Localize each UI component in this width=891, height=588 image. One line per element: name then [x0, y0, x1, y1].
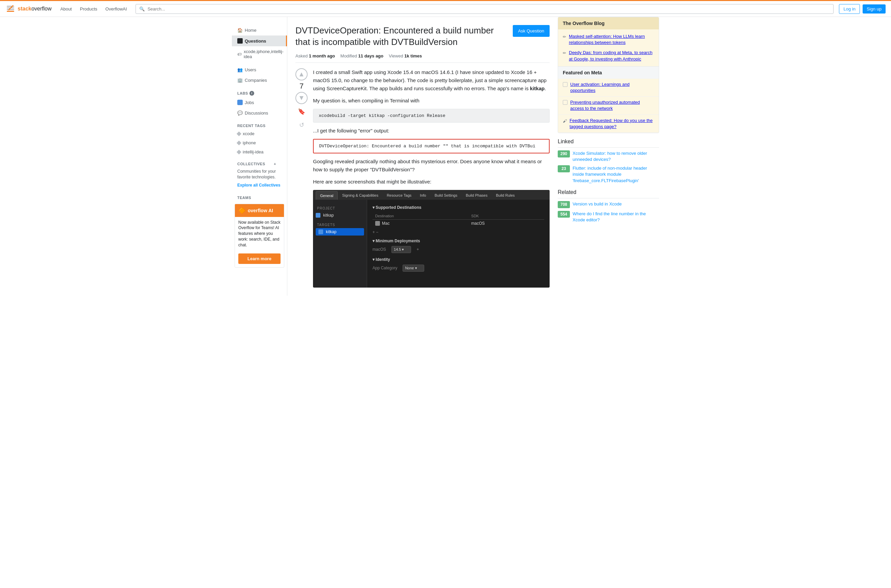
related-title: Related — [558, 189, 659, 198]
min-deployments: ▾ Minimum Deployments macOS 14.5 ▾ + — [372, 238, 544, 253]
tab-build-phases[interactable]: Build Phases — [462, 191, 492, 200]
signup-button[interactable]: Sign up — [862, 4, 886, 14]
overflow-ai-body: Now available on Stack Overflow for Team… — [235, 217, 284, 251]
logo-text: stackoverflow — [18, 6, 52, 12]
tag-diamond-icon — [237, 149, 242, 154]
asked-meta: Asked 1 month ago — [296, 53, 335, 58]
ask-question-button[interactable]: Ask Question — [513, 25, 550, 37]
sidebar-item-home[interactable]: 🏠 Home — [232, 25, 287, 36]
vote-up-button[interactable]: ▲ — [296, 68, 308, 80]
history-button[interactable]: ↺ — [296, 119, 308, 131]
tab-signing[interactable]: Signing & Capabilities — [338, 191, 382, 200]
nav-overflowai[interactable]: OverflowAI — [102, 4, 130, 14]
vote-count: 7 — [300, 82, 303, 91]
login-button[interactable]: Log in — [839, 4, 860, 14]
svg-rect-3 — [7, 11, 14, 12]
question-body-p2: My question is, when compiling in Termin… — [313, 97, 550, 105]
tag-iphone[interactable]: iphone — [232, 138, 287, 147]
sidebar-item-users[interactable]: 👥 Users — [232, 64, 287, 75]
recent-tags-title: RECENT TAGS — [232, 118, 287, 129]
overflow-ai-banner: 🔶 overflow AI Now available on Stack Ove… — [235, 204, 284, 268]
related-score-2: 554 — [558, 211, 570, 218]
meta-item-1: User activation: Learnings and opportuni… — [558, 79, 659, 97]
question-title: DVTDeviceOperation: Encountered a build … — [296, 25, 507, 48]
screenshot-right-panel: ▾ Supported Destinations Destination SDK — [367, 200, 550, 288]
dest-col-header: Destination — [372, 213, 468, 220]
related-score-1: 708 — [558, 201, 570, 208]
logo[interactable]: stackoverflow — [5, 4, 52, 14]
sidebar-item-discussions[interactable]: 💬 Discussions — [232, 108, 287, 118]
meta-section-title: Featured on Meta — [558, 66, 659, 79]
nav-about[interactable]: About — [57, 4, 75, 14]
blog-widget-title: The Overflow Blog — [558, 17, 659, 29]
question-meta: Asked 1 month ago Modified 11 days ago V… — [296, 53, 550, 63]
modified-meta: Modified 11 days ago — [340, 53, 383, 58]
project-label: PROJECT — [313, 207, 367, 210]
overflow-ai-header: 🔶 overflow AI — [235, 204, 284, 217]
sidebar-item-questions[interactable]: Questions — [232, 36, 287, 46]
blog-item-2[interactable]: ✏ Deedy Das: from coding at Meta, to sea… — [563, 50, 654, 62]
viewed-meta: Viewed 1k times — [389, 53, 422, 58]
question-body-p3: ...I get the following "error" output: — [313, 127, 550, 135]
error-block: DVTDeviceOperation: Encountered a build … — [313, 139, 550, 153]
sdk-col-header: SDK — [468, 213, 544, 220]
companies-icon: 🏢 — [237, 78, 243, 83]
target-icon — [318, 230, 323, 234]
tag-intellij-idea[interactable]: intellij-idea — [232, 147, 287, 156]
linked-score-2: 23 — [558, 165, 570, 172]
tab-resources[interactable]: Resource Tags — [382, 191, 416, 200]
teams-title: TEAMS — [232, 190, 287, 201]
blog-widget: The Overflow Blog ✏ Masked self-attentio… — [558, 17, 659, 133]
nav-products[interactable]: Products — [76, 4, 100, 14]
vote-area: ▲ 7 ▼ 🔖 ↺ — [296, 68, 308, 288]
sidebar-item-jobs[interactable]: Jobs — [232, 97, 287, 108]
home-icon: 🏠 — [237, 28, 243, 33]
linked-item-2: 23 Flutter: include of non-modular heade… — [558, 165, 659, 184]
svg-rect-2 — [7, 9, 14, 10]
tag-xcode[interactable]: xcode — [232, 129, 287, 138]
related-item-1: 708 Version vs build in Xcode — [558, 201, 659, 208]
identity-section: ▾ Identity App Category None ▾ — [372, 257, 544, 272]
app-category-dropdown[interactable]: None ▾ — [403, 265, 424, 272]
related-section: Related 708 Version vs build in Xcode 55… — [558, 189, 659, 223]
search-input[interactable] — [147, 6, 830, 12]
blog-item-1[interactable]: ✏ Masked self-attention: How LLMs learn … — [563, 33, 654, 46]
collectives-plus-icon[interactable]: + — [274, 162, 276, 166]
tab-info[interactable]: Info — [416, 191, 430, 200]
related-item-2: 554 Where do I find the line number in t… — [558, 211, 659, 223]
sidebar: 🏠 Home Questions 🏷 xcode,iphone,intellij… — [232, 17, 287, 296]
code-command-block: xcodebuild -target kitkap -configuration… — [313, 109, 550, 123]
header-nav: About Products OverflowAI — [57, 4, 130, 14]
tab-general[interactable]: General — [316, 191, 338, 200]
linked-title: Linked — [558, 138, 659, 148]
supported-destinations: ▾ Supported Destinations Destination SDK — [372, 205, 544, 234]
users-icon: 👥 — [237, 67, 243, 72]
screenshot-tabs: General Signing & Capabilities Resource … — [313, 190, 550, 200]
macos-version-dropdown[interactable]: 14.5 ▾ — [392, 246, 411, 253]
right-sidebar: The Overflow Blog ✏ Masked self-attentio… — [558, 17, 659, 296]
question-body-p5: Here are some screenshots that might be … — [313, 178, 550, 186]
sidebar-item-tags[interactable]: 🏷 xcode,iphone,intellij-idea — [232, 46, 287, 62]
question-body-area: ▲ 7 ▼ 🔖 ↺ I created a small Swift app us… — [296, 68, 550, 288]
question-body-p1: I created a small Swift app using Xcode … — [313, 68, 550, 93]
destination-row: Mac macOS — [372, 219, 544, 227]
tab-build-settings[interactable]: Build Settings — [430, 191, 461, 200]
tags-icon: 🏷 — [237, 52, 242, 57]
bookmark-button[interactable]: 🔖 — [296, 105, 308, 118]
tab-build-rules[interactable]: Build Rules — [492, 191, 519, 200]
checkbox-icon — [563, 100, 567, 105]
question-body-p4: Googling revealed practically nothing ab… — [313, 158, 550, 174]
pencil-icon: ✏ — [563, 34, 566, 46]
learn-more-button[interactable]: Learn more — [238, 254, 280, 264]
blog-widget-body: ✏ Masked self-attention: How LLMs learn … — [558, 29, 659, 66]
questions-icon — [237, 38, 243, 44]
vote-down-button[interactable]: ▼ — [296, 92, 308, 104]
linked-section: Linked 290 Xcode Simulator: how to remov… — [558, 138, 659, 184]
meta-pencil-icon: 🖌 — [563, 118, 567, 130]
checkbox-icon — [563, 82, 567, 87]
explore-collectives-link[interactable]: Explore all Collectives — [232, 183, 287, 190]
so-icon: 🔶 — [238, 207, 246, 214]
sidebar-item-companies[interactable]: 🏢 Companies — [232, 75, 287, 86]
tag-diamond-icon — [237, 140, 242, 145]
discussions-icon: 💬 — [237, 111, 243, 116]
